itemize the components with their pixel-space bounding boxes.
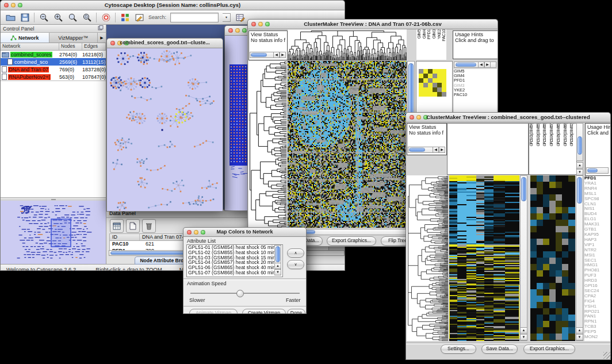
row-dendrogram-canvas[interactable]: [407, 175, 448, 341]
close-icon[interactable]: [4, 3, 9, 7]
close-icon[interactable]: [251, 22, 256, 26]
birdseye-canvas[interactable]: [1, 201, 105, 264]
column-label: PFD1: [426, 29, 431, 39]
slower-label: Slower: [189, 297, 205, 303]
minimize-icon[interactable]: [235, 28, 240, 33]
network-name: combined_scores: [10, 52, 52, 58]
search-dropdown-icon[interactable]: ▾: [223, 13, 231, 22]
column-label: YKE2: [437, 29, 442, 39]
annotation-icon[interactable]: [134, 12, 144, 22]
export-graphics-button[interactable]: Export Graphics...: [327, 236, 376, 246]
zoom-selected-icon[interactable]: [82, 12, 92, 22]
move-up-button[interactable]: ∧: [287, 248, 304, 258]
detail-matrix-canvas[interactable]: [419, 69, 446, 97]
column-dendrogram-canvas[interactable]: [288, 29, 407, 60]
tab-network[interactable]: Network: [1, 33, 49, 43]
save-data-button[interactable]: Save Data...: [481, 344, 518, 354]
close-icon[interactable]: [110, 41, 115, 45]
scroll-right-icon[interactable]: ▶: [280, 52, 286, 58]
new-document-icon[interactable]: [126, 219, 140, 233]
column-label: GPL51-07 (GSM868): [563, 124, 570, 146]
move-down-button[interactable]: ∨: [287, 260, 304, 269]
treeview1-title: ClusterMaker TreeView : DNA and Tran 07-…: [261, 21, 485, 27]
gene-label[interactable]: PAC10: [454, 93, 497, 97]
scroll-left-icon[interactable]: ◀: [433, 147, 439, 153]
settings-button[interactable]: Settings...: [441, 344, 476, 354]
edge-count: 13112(15): [82, 59, 106, 65]
gene-label[interactable]: MON2: [584, 335, 611, 340]
column-labels: GPL51-01 (GSM854)GPL51-02 (GSM855)GPL51-…: [529, 123, 577, 175]
search-input[interactable]: [170, 13, 219, 22]
scroll-left-icon[interactable]: ◀: [478, 62, 484, 68]
scroll-right-icon[interactable]: ▶: [484, 62, 491, 68]
usage-hscrollbar[interactable]: [586, 167, 609, 174]
gene-list: PFD1YRA1RNR4MSL1SPC98CLN1NIS1BUD4ELG1MAK…: [584, 176, 611, 341]
scroll-right-icon[interactable]: ▶: [439, 147, 445, 153]
scroll-up-icon[interactable]: ▲: [576, 327, 583, 334]
close-icon[interactable]: [410, 115, 414, 120]
detail-vscrollbar[interactable]: [576, 175, 583, 341]
network-row[interactable]: DNA and Tran 07769(0)183728(0): [1, 66, 106, 73]
open-folder-icon[interactable]: [5, 12, 16, 22]
network-row[interactable]: combined_sco2569(6)13112(15): [1, 58, 106, 66]
column-id[interactable]: ID: [110, 234, 140, 240]
zoom-fit-icon[interactable]: [67, 12, 78, 22]
zoom-icon[interactable]: [242, 28, 247, 33]
zoom-in-icon[interactable]: [53, 12, 63, 22]
network-view-title: combined_scores_good.txt--cluste...: [120, 40, 210, 45]
table-edit-icon[interactable]: [235, 12, 245, 22]
row-dendrogram-canvas[interactable]: [248, 61, 286, 228]
scroll-up-icon[interactable]: ▲: [576, 162, 583, 168]
column-label: GPL51-02 (GSM855): [536, 124, 543, 146]
save-icon[interactable]: [20, 12, 30, 22]
tab-overflow-button[interactable]: ▶: [98, 33, 106, 43]
column-label: GIM4: [422, 29, 427, 39]
birdseye-view[interactable]: [1, 201, 106, 264]
speed-slider-thumb[interactable]: [236, 290, 244, 297]
vizmapper-icon[interactable]: [120, 12, 130, 22]
column-label: GPL51-04 (GSM857): [549, 124, 556, 146]
speed-slider-track[interactable]: [190, 293, 300, 294]
tab-vizmapper[interactable]: VizMapper™: [49, 33, 98, 43]
heatmap-vscrollbar[interactable]: [520, 175, 527, 341]
export-graphics-button[interactable]: Export Graphics...: [523, 344, 575, 354]
scroll-up-icon[interactable]: ▲: [274, 263, 281, 269]
column-label: GPL51-01 (GSM854): [529, 124, 536, 146]
trash-icon[interactable]: [142, 219, 156, 233]
treeview2-title: ClusterMaker TreeView : combined_scores_…: [419, 114, 598, 120]
done-button[interactable]: Done: [287, 309, 305, 314]
scroll-left-icon[interactable]: ◀: [273, 52, 280, 58]
network-row[interactable]: combined_scores2764(0)16218(0): [1, 51, 106, 58]
detail-column-labels: GIM5GIM4PFD1GIM3YKE2PAC10: [416, 29, 446, 60]
network-tree-area[interactable]: [1, 81, 106, 198]
resize-grip[interactable]: [603, 352, 610, 359]
zoom-out-icon[interactable]: [39, 12, 49, 22]
edge-count: 16218(0): [82, 52, 106, 58]
column-label: GPL51-08 (GSM872): [569, 124, 576, 146]
scroll-down-icon[interactable]: ▼: [576, 334, 583, 340]
scroll-down-icon[interactable]: ▼: [576, 169, 583, 175]
column-dendrogram-area[interactable]: [447, 123, 529, 175]
attribute-item[interactable]: GPL51-07 (GSM868) heat shock 60 min: [187, 270, 282, 275]
close-icon[interactable]: [187, 230, 192, 235]
scroll-up-icon[interactable]: ▲: [520, 327, 527, 334]
float-panel-icon[interactable]: [98, 25, 104, 32]
folder-icon: [2, 52, 9, 58]
labels-vscrollbar[interactable]: [576, 123, 583, 161]
status-welcome: Welc­ome to Cytoscape 2.6.2: [6, 266, 76, 271]
scroll-down-icon[interactable]: ▼: [274, 269, 281, 275]
heatmap-canvas[interactable]: [449, 175, 519, 341]
main-titlebar[interactable]: Cytoscape Desktop (Session Name: collins…: [0, 0, 345, 10]
toolbar-separator: [115, 13, 116, 22]
animate-vizmap-button[interactable]: Animate Vizmap: [189, 309, 238, 314]
heatmap-canvas[interactable]: [288, 61, 407, 228]
create-vizmap-button[interactable]: Create Vizmap: [242, 309, 286, 314]
attribute-table-icon[interactable]: [110, 219, 124, 233]
help-lifesaver-icon[interactable]: [101, 12, 111, 22]
close-icon[interactable]: [228, 28, 233, 33]
network-view-canvas[interactable]: [107, 48, 223, 210]
scroll-down-icon[interactable]: ▼: [520, 334, 527, 340]
detail-zoom-canvas[interactable]: [530, 175, 575, 341]
network-row[interactable]: RNAPuberNov2+|563(0)107847(0): [1, 73, 106, 81]
faster-label: Faster: [286, 297, 301, 303]
